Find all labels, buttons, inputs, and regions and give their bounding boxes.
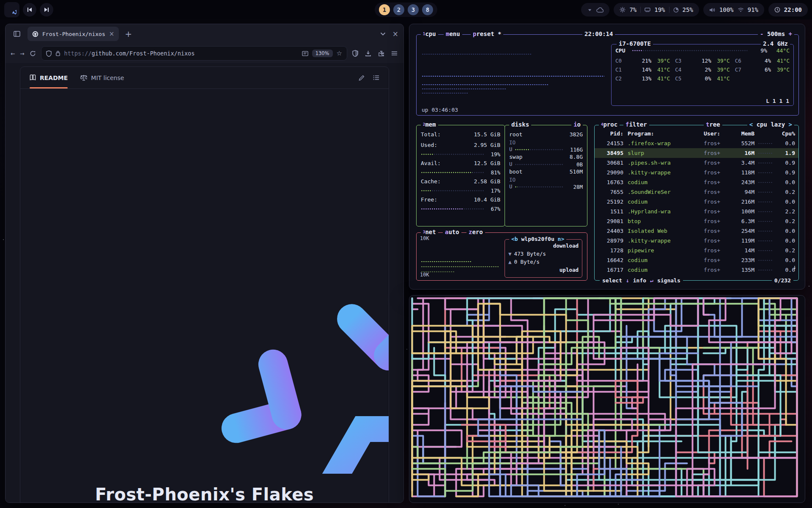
net-download-value: ▼473 Byte/s	[508, 250, 579, 258]
url-input[interactable]: https://github.com/Frost-Phoenix/nixos 1…	[41, 46, 348, 61]
cpu-frequency: 2.4 GHz	[761, 40, 790, 47]
process-row[interactable]: 24153.firefox-wrapfros+552M0.0	[595, 138, 798, 148]
signals-action[interactable]: signals	[657, 277, 680, 284]
mem-meter: 67%	[421, 206, 500, 211]
workspace-next-button[interactable]	[40, 3, 53, 17]
process-row[interactable]: 28979.kitty-wrappefros+119M0.0	[595, 236, 798, 246]
btop-proc-box: 4proc filter tree < cpu lazy > Pid: Prog…	[594, 125, 799, 281]
bookmark-star-icon[interactable]: ☆	[337, 50, 342, 57]
pipe	[748, 298, 797, 469]
download-icon[interactable]	[365, 50, 371, 57]
zoom-level-badge[interactable]: 130%	[312, 50, 333, 57]
update-interval-control[interactable]: - 500ms +	[758, 30, 794, 38]
process-row[interactable]: 29090.kitty-wrappefros+118M0.9	[595, 168, 798, 177]
privacy-shield-icon[interactable]	[352, 50, 358, 57]
net-scale-top: 10K	[420, 235, 429, 241]
process-row[interactable]: 1511.Hyprland-wrafros+100M2.2	[595, 207, 798, 216]
lock-icon[interactable]	[55, 50, 60, 56]
scroll-down-indicator[interactable]: ↓	[793, 264, 796, 270]
workspace-button-1[interactable]: 1	[379, 4, 390, 15]
cpu-core-C6: C64%41°C	[735, 57, 790, 65]
preset-button[interactable]: preset *	[471, 30, 503, 38]
proc-box-title: 4proc	[599, 121, 620, 128]
pipe	[489, 348, 775, 431]
process-row[interactable]: 16717codiumfros+135M0.0	[595, 265, 798, 275]
memory-icon	[645, 7, 650, 12]
select-action[interactable]: select	[602, 277, 622, 284]
process-row[interactable]: 7655.SoundWireSerfros+94M0.2	[595, 187, 798, 197]
mem-box-title: 2mem	[421, 121, 438, 128]
tab-list-chevron-icon[interactable]	[380, 32, 386, 36]
audio-network-widget[interactable]: 100% 91%	[703, 3, 764, 17]
workspace-button-8[interactable]: 8	[422, 4, 433, 15]
memory-usage: 19%	[654, 6, 665, 13]
tab-close-button[interactable]: ×	[109, 30, 115, 38]
wifi-level: 91%	[748, 6, 758, 13]
cpu-graph	[422, 84, 549, 86]
tracking-shield-icon[interactable]	[46, 50, 52, 57]
skip-forward-icon	[44, 7, 49, 13]
btop-cpu-box: 1cpu menu preset * 22:00:14 - 500ms + i7…	[416, 34, 799, 116]
window-close-button[interactable]: ×	[392, 30, 398, 38]
tab-readme[interactable]: README	[30, 67, 68, 88]
reader-mode-icon[interactable]	[302, 51, 308, 56]
tab-mit-license[interactable]: MIT license	[80, 67, 124, 88]
star	[406, 349, 407, 350]
uptime: up 03:46:03	[422, 107, 458, 113]
process-table-header[interactable]: Pid: Program: User: MemB Cpu%	[595, 129, 798, 138]
back-button[interactable]: ←	[11, 49, 15, 58]
browser-tab[interactable]: Frost-Phoenix/nixos ×	[27, 27, 119, 41]
process-row[interactable]: 16642codiumfros+233M0.0	[595, 255, 798, 265]
process-row[interactable]: 1728pipewirefros+14M0.2	[595, 246, 798, 255]
cpu-detail-box: i7-6700TE 2.4 GHz CPU 9% 44°C C021%39°CC…	[611, 44, 794, 106]
repo-snowflake-logo	[20, 105, 389, 474]
clock-widget[interactable]: 22:00	[768, 3, 808, 17]
proc-filter-button[interactable]: filter	[623, 121, 649, 128]
process-row[interactable]: 30681.pipes.sh-wrafros+3.4M0.9	[595, 158, 798, 168]
workspace-button-3[interactable]: 3	[408, 4, 419, 15]
outline-list-icon[interactable]	[373, 75, 379, 80]
menu-button[interactable]: menu	[444, 30, 462, 38]
reload-button[interactable]	[30, 50, 36, 57]
disk-meter: U0B	[509, 162, 583, 167]
process-row[interactable]: 16763codiumfros+243M0.0	[595, 177, 798, 187]
cpu-usage: 7%	[629, 6, 636, 13]
process-row[interactable]: 24403Isolated Webfros+254M0.0	[595, 226, 798, 236]
btop-mem-box: 2mem Total:15.5 GiBUsed:2.95 GiB19%Avail…	[416, 125, 505, 226]
cpu-graph	[422, 88, 506, 90]
star	[618, 504, 619, 505]
tab-title: Frost-Phoenix/nixos	[42, 31, 105, 37]
edit-pencil-icon[interactable]	[359, 75, 365, 81]
mem-rows: Total:15.5 GiBUsed:2.95 GiB19%Avail:12.5…	[421, 130, 500, 223]
sidebar-toggle-button[interactable]	[11, 28, 23, 40]
disks-io-toggle[interactable]: io	[571, 121, 583, 128]
system-stats-widget[interactable]: 7% 19% 25%	[614, 3, 699, 17]
load-average: L 1 1 1	[766, 98, 789, 104]
proc-tree-button[interactable]: tree	[704, 121, 722, 128]
forward-button[interactable]: →	[20, 49, 24, 58]
menu-hamburger-icon[interactable]	[391, 51, 398, 56]
process-row[interactable]: 29081btopfros+6.3M0.2	[595, 216, 798, 226]
workspace-prev-button[interactable]	[23, 3, 36, 17]
cpu-gear-icon	[620, 7, 625, 13]
net-zero-toggle[interactable]: zero	[466, 229, 485, 236]
readme-header: README MIT license	[20, 67, 389, 89]
process-row[interactable]: 25192codiumfros+216M0.0	[595, 197, 798, 207]
process-list: 24153.firefox-wrapfros+552M0.038495slurp…	[595, 138, 798, 275]
info-action[interactable]: info	[633, 277, 646, 284]
github-favicon	[32, 31, 38, 37]
process-count: 0/232	[772, 277, 793, 284]
extensions-puzzle-icon[interactable]	[378, 50, 384, 57]
new-tab-button[interactable]: +	[125, 29, 132, 39]
btop-clock: 22:00:14	[582, 30, 615, 38]
net-auto-toggle[interactable]: auto	[443, 229, 461, 236]
nixos-launcher-button[interactable]	[4, 2, 19, 17]
github-page: README MIT license Frost-Phoenix's Flake…	[5, 63, 403, 502]
proc-sort-control[interactable]: < cpu lazy >	[747, 121, 794, 128]
process-row[interactable]: 38495slurpfros+16M1.9	[595, 148, 798, 158]
star	[3, 239, 4, 240]
workspace-button-2[interactable]: 2	[393, 4, 404, 15]
disk-icon	[673, 7, 679, 13]
disks-box-title: disks	[509, 121, 531, 128]
weather-widget[interactable]	[581, 3, 609, 17]
